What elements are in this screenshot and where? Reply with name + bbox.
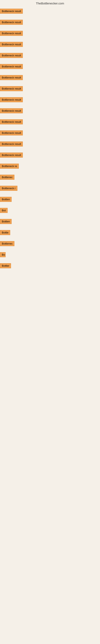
list-item: Bottleneck result <box>0 118 100 129</box>
list-item: Bottleneck result <box>0 74 100 85</box>
list-item: Bottleneck result <box>0 18 100 30</box>
list-item: Bottleneck result <box>0 41 100 52</box>
bottleneck-result-badge[interactable]: Bottleneck result <box>0 119 23 124</box>
bottleneck-result-badge[interactable]: Bottleneck result <box>0 142 23 146</box>
bottleneck-result-badge[interactable]: Bottleneck result <box>0 97 23 102</box>
list-item: Bottlen <box>0 196 100 207</box>
site-title: TheBottlenecker.com <box>0 0 100 8</box>
list-item: Bottle <box>0 229 100 240</box>
bottleneck-result-badge[interactable]: Bottlenec <box>0 175 14 180</box>
bottleneck-result-badge[interactable]: Bottleneck result <box>0 86 23 91</box>
list-item: Bottleneck result <box>0 63 100 74</box>
bottleneck-result-badge[interactable]: Bottleneck result <box>0 31 23 36</box>
bottleneck-result-badge[interactable]: Bottleneck result <box>0 42 23 47</box>
bottleneck-result-badge[interactable]: Bottleneck result <box>0 64 23 69</box>
list-item: Bottleneck result <box>0 52 100 63</box>
bottleneck-result-badge[interactable]: Bo <box>0 252 6 257</box>
list-item: Bottleneck result <box>0 85 100 96</box>
bottleneck-result-badge[interactable]: Bottleneck result <box>0 130 23 136</box>
bottleneck-result-badge[interactable]: Bottleneck result <box>0 53 23 58</box>
bottleneck-result-badge[interactable]: Bot <box>0 208 8 213</box>
list-item: Bottleneck result <box>0 151 100 162</box>
list-item: Bottler <box>0 262 100 273</box>
list-item: Bottlen <box>0 218 100 229</box>
bottleneck-result-badge[interactable]: Bottleneck result <box>0 9 23 14</box>
list-item: Bottlenec <box>0 174 100 184</box>
page-container: TheBottlenecker.com Bottleneck resultBot… <box>0 0 100 273</box>
bottleneck-result-badge[interactable]: Bottleneck result <box>0 152 23 158</box>
list-item: Bottleneck result <box>0 8 100 18</box>
list-item: Bottleneck result <box>0 129 100 140</box>
bottleneck-result-badge[interactable]: Bottler <box>0 263 11 268</box>
bottleneck-result-badge[interactable]: Bottle <box>0 230 10 235</box>
list-item: Bottleneck result <box>0 107 100 118</box>
bottleneck-result-badge[interactable]: Bottleneck result <box>0 108 23 113</box>
list-item: Bo <box>0 251 100 262</box>
bottleneck-result-badge[interactable]: Bottlen <box>0 197 12 202</box>
bottleneck-result-badge[interactable]: Bottleneck result <box>0 20 23 25</box>
bottleneck-result-badge[interactable]: Bottlen <box>0 219 12 224</box>
list-item: Bottlenec <box>0 240 100 251</box>
list-item: Bottleneck result <box>0 30 100 41</box>
bottleneck-result-badge[interactable]: Bottleneck result <box>0 75 23 80</box>
list-item: Bottleneck re <box>0 162 100 174</box>
bottleneck-result-badge[interactable]: Bottleneck re <box>0 164 19 169</box>
bottleneck-result-badge[interactable]: Bottleneck r <box>0 186 17 191</box>
list-item: Bot <box>0 207 100 218</box>
list-item: Bottleneck result <box>0 140 100 151</box>
list-item: Bottleneck r <box>0 184 100 196</box>
list-item: Bottleneck result <box>0 96 100 107</box>
items-list: Bottleneck resultBottleneck resultBottle… <box>0 8 100 273</box>
bottleneck-result-badge[interactable]: Bottlenec <box>0 241 14 246</box>
